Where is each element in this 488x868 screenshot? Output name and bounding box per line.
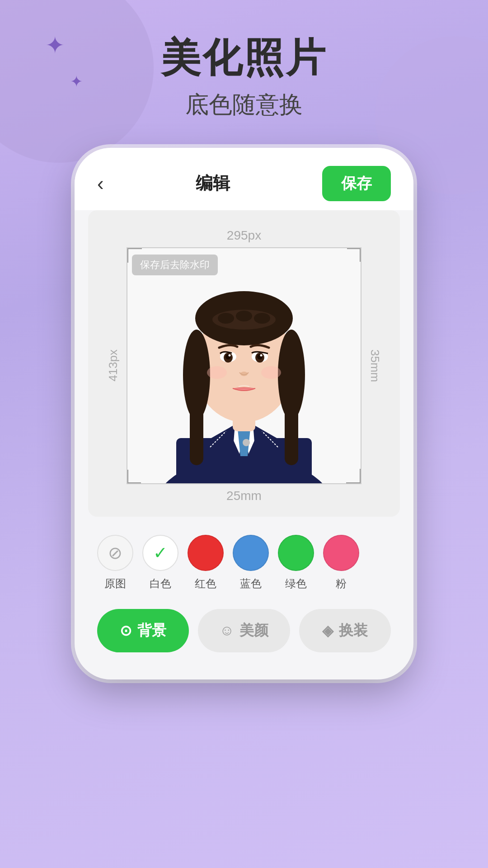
svg-point-19 [236,311,252,321]
svg-rect-16 [285,375,298,465]
back-button[interactable]: ‹ [97,172,104,195]
color-label-pink: 粉 [336,576,347,591]
portrait-photo [127,248,361,483]
tab-icon-background: ⊙ [120,622,132,639]
photo-frame-wrapper: 413px 保存后去除水印 [106,247,382,484]
corner-tr [347,248,361,262]
color-label-green: 绿色 [285,576,307,591]
photo-editor: 295px 413px 保存后去除水印 [88,210,400,517]
phone-body: ‹ 编辑 保存 295px 413px 保存后去除水印 [75,148,413,679]
corner-bl [127,470,141,483]
tab-background[interactable]: ⊙背景 [97,609,189,652]
svg-point-32 [243,439,250,446]
color-circle-original: ⊘ [97,535,133,571]
dim-left: 413px [106,349,120,382]
color-item-original[interactable]: ⊘原图 [97,535,133,591]
color-item-pink[interactable]: 粉 [323,535,359,591]
dim-right: 35mm [368,349,382,382]
svg-point-31 [261,366,281,379]
color-item-white[interactable]: ✓白色 [142,535,178,591]
dim-bottom: 25mm [106,489,382,503]
svg-point-28 [260,354,263,356]
color-label-original: 原图 [104,576,126,591]
watermark-badge: 保存后去除水印 [132,255,218,275]
tab-outfit[interactable]: ◈换装 [299,609,391,652]
phone-mockup: ‹ 编辑 保存 295px 413px 保存后去除水印 [0,148,488,679]
color-label-blue: 蓝色 [240,576,262,591]
page-title: 编辑 [196,172,230,195]
color-circle-pink [323,535,359,571]
tab-beauty[interactable]: ☺美颜 [198,609,290,652]
bottom-tabs: ⊙背景☺美颜◈换装 [75,600,413,657]
color-circle-red [188,535,224,571]
topbar: ‹ 编辑 保存 [75,148,413,210]
tab-label-beauty: 美颜 [239,621,268,641]
svg-rect-15 [190,375,203,465]
app-title: 美化照片 [0,36,488,80]
tab-label-outfit: 换装 [339,621,368,641]
svg-point-30 [207,366,227,379]
color-label-white: 白色 [150,576,171,591]
save-button[interactable]: 保存 [322,166,391,201]
svg-point-27 [229,354,231,356]
color-item-red[interactable]: 红色 [188,535,224,591]
svg-point-20 [254,313,270,324]
color-circle-blue [233,535,269,571]
color-item-green[interactable]: 绿色 [278,535,314,591]
tab-label-background: 背景 [137,621,166,641]
photo-frame: 保存后去除水印 [127,247,361,484]
color-item-blue[interactable]: 蓝色 [233,535,269,591]
tab-icon-beauty: ☺ [220,622,235,639]
color-selector: ⊘原图✓白色红色蓝色绿色粉 [75,517,413,600]
dim-top: 295px [106,228,382,243]
tab-icon-outfit: ◈ [322,622,333,639]
color-circle-green [278,535,314,571]
color-label-red: 红色 [195,576,216,591]
svg-point-18 [218,313,234,324]
header: 美化照片 底色随意换 [0,0,488,121]
app-subtitle: 底色随意换 [0,89,488,121]
color-circle-white: ✓ [142,535,178,571]
